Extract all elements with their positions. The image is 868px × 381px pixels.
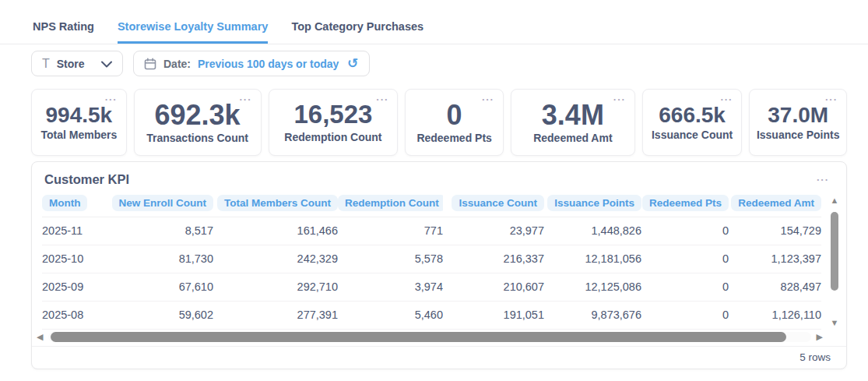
kpi-value: 692.3k bbox=[155, 101, 241, 130]
table-cell[interactable]: 12,125,086 bbox=[544, 273, 641, 301]
column-header-redemption-count[interactable]: Redemption Count bbox=[338, 195, 443, 211]
table-cell[interactable]: 1,448,826 bbox=[544, 217, 641, 245]
ellipsis-menu-icon[interactable]: ··· bbox=[482, 94, 494, 104]
horizontal-scrollbar-track[interactable] bbox=[48, 332, 810, 342]
column-header-cell: Redeemed Amt bbox=[729, 195, 821, 211]
table-cell[interactable]: 191,051 bbox=[443, 302, 544, 329]
table-cell[interactable]: 0 bbox=[641, 273, 729, 301]
calendar-icon bbox=[144, 58, 156, 70]
table-cell[interactable]: 0 bbox=[641, 245, 729, 273]
kpi-label: Total Members bbox=[40, 129, 117, 141]
tab-bar: NPS Rating Storewise Loyalty Summary Top… bbox=[0, 0, 868, 44]
kpi-card-redeemed-pts[interactable]: ···0Redeemed Pts bbox=[405, 89, 504, 156]
table-cell[interactable]: 5,460 bbox=[338, 302, 443, 329]
kpi-card-issuance-count[interactable]: ···666.5kIssuance Count bbox=[642, 89, 743, 156]
date-filter-value[interactable]: Previous 100 days or today bbox=[198, 58, 339, 70]
kpi-card-transactions-count[interactable]: ···692.3kTransactions Count bbox=[134, 89, 262, 156]
scroll-left-icon[interactable]: ◀ bbox=[37, 333, 43, 341]
ellipsis-menu-icon[interactable]: ··· bbox=[376, 94, 388, 104]
scroll-right-icon[interactable]: ▶ bbox=[817, 333, 823, 341]
tab-storewise-loyalty-summary[interactable]: Storewise Loyalty Summary bbox=[118, 20, 268, 44]
table-cell[interactable]: 2025-11 bbox=[42, 217, 104, 245]
ellipsis-menu-icon[interactable]: ··· bbox=[105, 94, 118, 104]
table-cell[interactable]: 5,578 bbox=[338, 245, 443, 273]
column-header-redeemed-pts[interactable]: Redeemed Pts bbox=[642, 195, 729, 211]
tab-nps-rating[interactable]: NPS Rating bbox=[33, 20, 94, 44]
kpi-label: Transactions Count bbox=[146, 132, 248, 144]
customer-kpi-card: Customer KPI ··· MonthNew Enroll CountTo… bbox=[31, 161, 847, 369]
table-cell[interactable]: 292,710 bbox=[213, 273, 338, 301]
table-row: 2025-1081,730242,3295,578216,33712,181,0… bbox=[42, 245, 821, 273]
dashboard-page: NPS Rating Storewise Loyalty Summary Top… bbox=[0, 0, 868, 381]
kpi-card-redeemed-amt[interactable]: ···3.4MRedeemed Amt bbox=[511, 89, 635, 156]
kpi-label: Redeemed Amt bbox=[533, 132, 612, 144]
vertical-scrollbar-thumb[interactable] bbox=[831, 212, 838, 291]
table-row: 2025-118,517161,46677123,9771,448,826015… bbox=[42, 217, 821, 245]
kpi-value: 994.5k bbox=[46, 104, 113, 126]
table-cell[interactable]: 242,329 bbox=[213, 245, 338, 273]
tab-top-category-purchases[interactable]: Top Category Purchases bbox=[291, 20, 423, 44]
table-cell[interactable]: 2025-09 bbox=[42, 273, 104, 301]
table-cell[interactable]: 81,730 bbox=[104, 245, 213, 273]
table-cell[interactable]: 277,391 bbox=[213, 302, 338, 329]
store-filter[interactable]: T Store bbox=[31, 51, 123, 76]
scroll-up-icon[interactable]: ▲ bbox=[829, 196, 840, 205]
kpi-card-row: ···994.5kTotal Members···692.3kTransacti… bbox=[31, 89, 847, 156]
date-filter[interactable]: Date: Previous 100 days or today ↺ bbox=[133, 51, 370, 76]
kpi-value: 3.4M bbox=[542, 101, 604, 130]
kpi-card-issuance-points[interactable]: ···37.0MIssuance Points bbox=[749, 89, 847, 156]
kpi-label: Redemption Count bbox=[284, 131, 381, 143]
ellipsis-menu-icon[interactable]: ··· bbox=[720, 94, 733, 104]
scroll-down-icon[interactable]: ▼ bbox=[829, 319, 840, 327]
filter-bar: T Store Date: Previous 100 days or today… bbox=[31, 51, 868, 76]
vertical-scrollbar: ▲ ▼ bbox=[829, 196, 840, 327]
column-header-redeemed-amt[interactable]: Redeemed Amt bbox=[731, 195, 821, 211]
refresh-icon[interactable]: ↺ bbox=[347, 57, 358, 70]
table-cell[interactable]: 8,517 bbox=[104, 217, 213, 245]
table-cell[interactable]: 828,497 bbox=[729, 273, 821, 301]
table-cell[interactable]: 1,126,110 bbox=[729, 302, 821, 329]
ellipsis-menu-icon[interactable]: ··· bbox=[825, 94, 838, 104]
table-cell[interactable]: 23,977 bbox=[443, 217, 544, 245]
row-count: 5 rows bbox=[32, 346, 846, 369]
ellipsis-menu-icon[interactable]: ··· bbox=[240, 94, 252, 104]
string-filter-icon: T bbox=[42, 57, 50, 71]
column-header-cell: Issuance Points bbox=[544, 195, 641, 211]
table-cell[interactable]: 161,466 bbox=[213, 217, 338, 245]
table-cell[interactable]: 67,610 bbox=[104, 273, 213, 301]
column-header-new-enroll-count[interactable]: New Enroll Count bbox=[112, 195, 214, 211]
table-cell[interactable]: 3,974 bbox=[338, 273, 443, 301]
column-header-cell: Redemption Count bbox=[338, 195, 443, 211]
table-cell[interactable]: 0 bbox=[641, 217, 729, 245]
table-cell[interactable]: 59,602 bbox=[104, 302, 213, 329]
table-cell[interactable]: 210,607 bbox=[443, 273, 544, 301]
kpi-value: 0 bbox=[447, 101, 462, 130]
table-cell[interactable]: 12,181,056 bbox=[544, 245, 641, 273]
table-cell[interactable]: 9,873,676 bbox=[544, 302, 641, 329]
horizontal-scrollbar-thumb[interactable] bbox=[51, 332, 786, 342]
table-cell[interactable]: 216,337 bbox=[443, 245, 544, 273]
kpi-card-redemption-count[interactable]: ···16,523Redemption Count bbox=[269, 89, 399, 156]
column-header-cell: Issuance Count bbox=[443, 195, 544, 211]
table-row: 2025-0859,602277,3915,460191,0519,873,67… bbox=[42, 302, 821, 330]
column-header-cell: Redeemed Pts bbox=[641, 195, 729, 211]
column-header-cell: Month bbox=[42, 195, 104, 211]
column-header-issuance-points[interactable]: Issuance Points bbox=[547, 195, 641, 211]
table-cell[interactable]: 0 bbox=[641, 302, 729, 329]
ellipsis-menu-icon[interactable]: ··· bbox=[613, 94, 626, 104]
card-ellipsis-menu-icon[interactable]: ··· bbox=[817, 174, 829, 185]
kpi-card-total-members[interactable]: ···994.5kTotal Members bbox=[31, 89, 127, 156]
column-header-total-members-count[interactable]: Total Members Count bbox=[217, 195, 338, 211]
table-cell[interactable]: 2025-08 bbox=[42, 302, 104, 329]
column-header-issuance-count[interactable]: Issuance Count bbox=[452, 195, 544, 211]
table-header-row: MonthNew Enroll CountTotal Members Count… bbox=[42, 195, 821, 217]
table-cell[interactable]: 1,123,397 bbox=[729, 245, 821, 273]
table-cell[interactable]: 2025-10 bbox=[42, 245, 104, 273]
table-cell[interactable]: 154,729 bbox=[729, 217, 821, 245]
table-cell[interactable]: 771 bbox=[338, 217, 443, 245]
table-row: 2025-0967,610292,7103,974210,60712,125,0… bbox=[42, 273, 821, 302]
column-header-month[interactable]: Month bbox=[42, 195, 87, 211]
card-title[interactable]: Customer KPI bbox=[44, 172, 129, 187]
customer-kpi-table: MonthNew Enroll CountTotal Members Count… bbox=[42, 195, 821, 330]
chevron-down-icon bbox=[101, 58, 112, 70]
